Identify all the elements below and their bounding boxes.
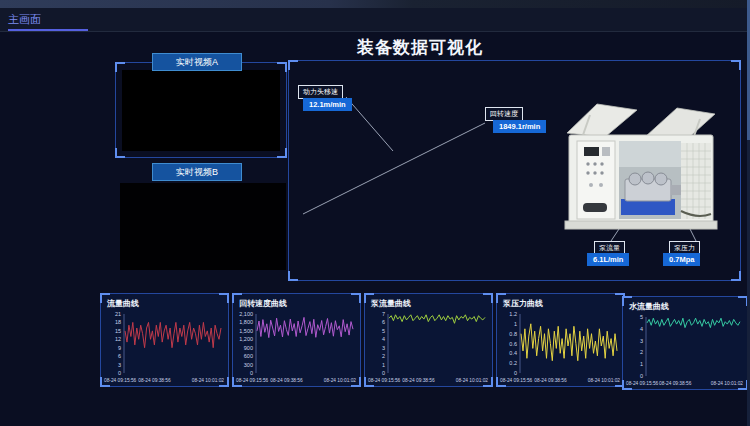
video-a-label: 实时视频A	[152, 53, 242, 71]
corner-accent	[288, 60, 298, 70]
svg-text:3: 3	[118, 362, 121, 368]
svg-text:1,200: 1,200	[239, 336, 253, 342]
svg-text:300: 300	[244, 362, 253, 368]
chart-rotation-speed-plot[interactable]: 03006009001,2001,5001,8002,10008-24 09:1…	[234, 310, 359, 385]
corner-accent	[622, 296, 632, 306]
chart-flow-plot[interactable]: 03691215182108-24 09:15:5608-24 09:38:56…	[102, 310, 227, 385]
svg-text:6: 6	[382, 319, 385, 325]
chart-rotation-speed: 回转速度曲线 03006009001,2001,5001,8002,10008-…	[232, 293, 361, 387]
svg-text:7: 7	[382, 311, 385, 317]
chart-pump-flow: 泵流量曲线 0123456708-24 09:15:5608-24 09:38:…	[364, 293, 493, 387]
svg-text:18: 18	[115, 319, 121, 325]
video-a-panel	[115, 62, 287, 158]
svg-text:3: 3	[640, 338, 643, 344]
svg-text:6: 6	[118, 353, 121, 359]
svg-text:1,800: 1,800	[239, 319, 253, 325]
svg-text:08-24 09:38:56: 08-24 09:38:56	[534, 378, 567, 383]
svg-text:0: 0	[640, 373, 643, 379]
chart-flow: 流量曲线 03691215182108-24 09:15:5608-24 09:…	[100, 293, 229, 387]
svg-text:08-24 09:38:56: 08-24 09:38:56	[270, 378, 303, 383]
corner-accent	[496, 377, 506, 387]
svg-text:4: 4	[640, 326, 643, 332]
callout-powerhead-speed-label: 动力头移速	[298, 85, 343, 99]
corner-accent	[622, 380, 632, 390]
tab-bar: 主画面	[0, 8, 750, 32]
svg-text:2: 2	[640, 349, 643, 355]
svg-text:3: 3	[382, 345, 385, 351]
svg-text:0.2: 0.2	[509, 360, 517, 366]
svg-text:0.8: 0.8	[509, 331, 517, 337]
chart-rotation-speed-title: 回转速度曲线	[239, 298, 287, 309]
corner-accent	[483, 377, 493, 387]
corner-accent	[364, 293, 374, 303]
chart-pump-flow-plot[interactable]: 0123456708-24 09:15:5608-24 09:38:5608-2…	[366, 310, 491, 385]
tab-active-underline	[8, 29, 88, 31]
corner-accent	[483, 293, 493, 303]
corner-accent	[351, 377, 361, 387]
corner-accent	[219, 293, 229, 303]
svg-text:0: 0	[514, 370, 517, 376]
svg-text:0: 0	[250, 370, 253, 376]
svg-text:4: 4	[382, 336, 385, 342]
chart-water-flow-plot[interactable]: 01234508-24 09:15:5608-24 09:38:5608-24 …	[624, 313, 746, 388]
svg-text:1,500: 1,500	[239, 328, 253, 334]
corner-accent	[232, 377, 242, 387]
svg-text:1.2: 1.2	[509, 311, 517, 317]
corner-accent	[115, 62, 125, 72]
tab-main-screen[interactable]: 主画面	[8, 12, 41, 27]
callout-rotation-speed-label: 回转速度	[485, 107, 523, 121]
svg-text:0: 0	[118, 370, 121, 376]
svg-text:9: 9	[118, 345, 121, 351]
corner-accent	[277, 148, 287, 158]
svg-text:08-24 09:38:56: 08-24 09:38:56	[402, 378, 435, 383]
callout-pump-pressure-value: 0.7Mpa	[663, 253, 700, 266]
svg-text:0.4: 0.4	[509, 350, 517, 356]
chart-pump-pressure: 泵压力曲线 00.20.40.60.811.208-24 09:15:5608-…	[496, 293, 625, 387]
corner-accent	[496, 293, 506, 303]
video-b-screen[interactable]	[120, 183, 286, 270]
svg-text:1: 1	[640, 361, 643, 367]
corner-accent	[288, 271, 298, 281]
callout-rotation-speed-value: 1849.1r/min	[493, 120, 546, 133]
chart-water-flow: 水流量曲线 01234508-24 09:15:5608-24 09:38:56…	[622, 296, 748, 390]
chart-flow-title: 流量曲线	[107, 298, 139, 309]
equipment-photo	[563, 101, 719, 239]
svg-text:15: 15	[115, 328, 121, 334]
corner-accent	[277, 62, 287, 72]
svg-text:12: 12	[115, 336, 121, 342]
chart-pump-pressure-plot[interactable]: 00.20.40.60.811.208-24 09:15:5608-24 09:…	[498, 310, 623, 385]
corner-accent	[364, 377, 374, 387]
corner-accent	[731, 60, 741, 70]
video-a-screen[interactable]	[122, 70, 280, 151]
corner-accent	[100, 293, 110, 303]
corner-accent	[731, 271, 741, 281]
corner-accent	[115, 148, 125, 158]
svg-text:600: 600	[244, 353, 253, 359]
chart-water-flow-title: 水流量曲线	[629, 301, 669, 312]
window-title-bar	[0, 0, 750, 8]
svg-text:08-24 09:38:56: 08-24 09:38:56	[659, 381, 692, 386]
svg-text:0.6: 0.6	[509, 341, 517, 347]
svg-text:1: 1	[514, 321, 517, 327]
page-title: 装备数据可视化	[290, 36, 550, 59]
svg-text:0: 0	[382, 370, 385, 376]
callout-powerhead-speed-value: 12.1m/min	[303, 98, 352, 111]
svg-text:2,100: 2,100	[239, 311, 253, 317]
corner-accent	[351, 293, 361, 303]
corner-accent	[232, 293, 242, 303]
chart-pump-pressure-title: 泵压力曲线	[503, 298, 543, 309]
corner-accent	[219, 377, 229, 387]
svg-text:21: 21	[115, 311, 121, 317]
svg-text:900: 900	[244, 345, 253, 351]
corner-accent	[100, 377, 110, 387]
svg-text:5: 5	[382, 328, 385, 334]
chart-pump-flow-title: 泵流量曲线	[371, 298, 411, 309]
svg-text:1: 1	[382, 362, 385, 368]
callout-pump-flow-value: 6.1L/min	[587, 253, 629, 266]
equipment-panel: 动力头移速 12.1m/min 回转速度 1849.1r/min 泵流量 6.1…	[288, 60, 741, 281]
svg-text:5: 5	[640, 314, 643, 320]
svg-text:2: 2	[382, 353, 385, 359]
svg-text:08-24 09:38:56: 08-24 09:38:56	[138, 378, 171, 383]
video-b-label: 实时视频B	[152, 163, 242, 181]
